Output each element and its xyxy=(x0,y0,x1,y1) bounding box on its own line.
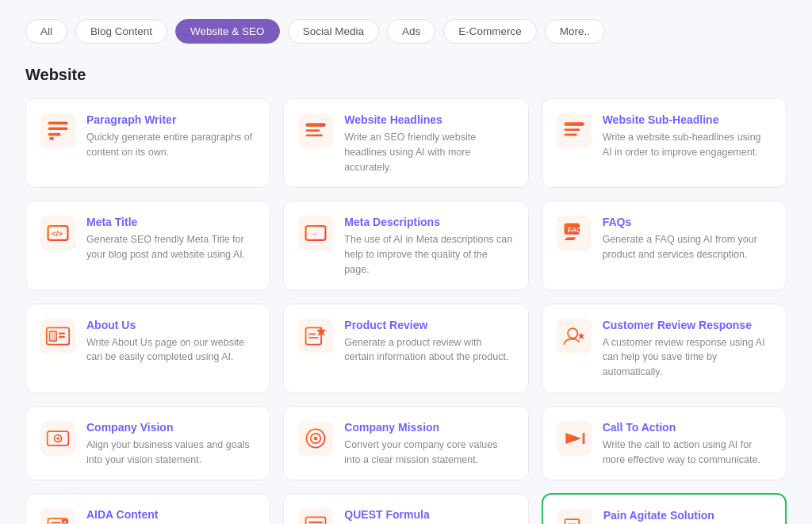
card-quest[interactable]: QUEST FormulaGenerate a Qualify, Underst… xyxy=(283,493,528,524)
headlines-icon xyxy=(298,113,333,148)
card-title-cta: Call To Action xyxy=(603,421,772,434)
svg-rect-20 xyxy=(59,336,65,338)
card-aida[interactable]: AAIDA ContentGenerate a content with Att… xyxy=(25,493,270,524)
card-productreview[interactable]: Product ReviewGenerate a product review … xyxy=(283,304,528,393)
svg-rect-0 xyxy=(48,121,68,124)
mission-icon xyxy=(298,421,333,456)
card-desc-productreview: Generate a product review with certain i… xyxy=(344,335,513,365)
svg-marker-33 xyxy=(565,433,581,444)
section-title: Website xyxy=(25,66,787,84)
card-headlines[interactable]: Website HeadlinesWrite an SEO friendly w… xyxy=(283,98,528,188)
productreview-icon xyxy=(298,319,333,354)
card-pain[interactable]: +Pain Agitate SolutionA copywriting form… xyxy=(542,493,787,524)
card-desc-faq: Generate a FAQ using AI from your produc… xyxy=(603,232,772,262)
quest-icon xyxy=(298,508,333,524)
svg-text:FAQ: FAQ xyxy=(568,226,582,234)
card-meta[interactable]: </>Meta TitleGenerate SEO frendly Meta T… xyxy=(25,201,270,290)
svg-rect-24 xyxy=(308,336,318,338)
svg-rect-19 xyxy=(59,332,65,334)
card-aboutus[interactable]: About UsWrite About Us page on our websi… xyxy=(25,304,270,393)
svg-text:→: → xyxy=(310,230,318,239)
filter-btn-social-media[interactable]: Social Media xyxy=(288,19,379,44)
pain-icon: + xyxy=(557,509,592,524)
filter-btn-all[interactable]: All xyxy=(25,19,67,44)
card-paragraph[interactable]: Paragraph WriterQuickly generate entire … xyxy=(25,98,270,188)
card-desc-metadesc: The use of AI in Meta descriptions can h… xyxy=(344,232,513,277)
svg-rect-4 xyxy=(306,123,326,126)
card-desc-meta: Generate SEO frendly Meta Title for your… xyxy=(86,232,255,262)
svg-rect-8 xyxy=(564,128,580,131)
card-vision[interactable]: Company VisionAlign your business values… xyxy=(25,406,270,481)
svg-rect-6 xyxy=(306,134,323,136)
card-title-vision: Company Vision xyxy=(86,421,255,434)
filter-btn-ads[interactable]: Ads xyxy=(387,19,435,44)
filter-btn-website---seo[interactable]: Website & SEO xyxy=(175,19,280,44)
card-title-subheadline: Website Sub-Headline xyxy=(603,113,772,126)
subheadline-icon xyxy=(557,113,592,148)
cta-icon xyxy=(557,421,592,456)
card-title-quest: QUEST Formula xyxy=(344,508,513,521)
svg-rect-5 xyxy=(306,129,320,132)
svg-rect-34 xyxy=(582,433,584,444)
card-customerreview[interactable]: Customer Review ResponseA customer revie… xyxy=(542,304,787,393)
card-desc-cta: Write the call to action using AI for mo… xyxy=(603,438,772,468)
card-title-metadesc: Meta Descriptions xyxy=(344,216,513,228)
card-desc-customerreview: A customer review response using AI can … xyxy=(603,335,772,380)
svg-rect-2 xyxy=(48,133,61,136)
card-cta[interactable]: Call To ActionWrite the call to action u… xyxy=(542,406,787,481)
card-title-pain: Pain Agitate Solution xyxy=(603,509,771,522)
aida-icon: A xyxy=(40,508,75,524)
svg-rect-1 xyxy=(48,128,68,131)
metadesc-icon: → xyxy=(298,216,333,251)
card-title-aboutus: About Us xyxy=(86,319,255,331)
svg-rect-3 xyxy=(49,137,53,140)
svg-rect-36 xyxy=(51,522,60,524)
svg-text:A: A xyxy=(63,519,67,524)
svg-marker-26 xyxy=(577,332,584,339)
svg-point-29 xyxy=(56,437,59,440)
customerreview-icon xyxy=(557,319,592,354)
card-desc-subheadline: Write a website sub-headlines using AI i… xyxy=(603,130,772,160)
card-title-productreview: Product Review xyxy=(344,319,513,331)
card-desc-aboutus: Write About Us page on our website can b… xyxy=(86,335,255,365)
card-desc-paragraph: Quickly generate entire paragraphs of co… xyxy=(86,130,255,160)
meta-icon: </> xyxy=(40,216,75,251)
card-title-headlines: Website Headlines xyxy=(344,113,513,126)
svg-rect-7 xyxy=(564,122,584,125)
filter-bar: AllBlog ContentWebsite & SEOSocial Media… xyxy=(25,19,787,44)
card-title-mission: Company Mission xyxy=(344,421,513,434)
faq-icon: FAQ xyxy=(557,216,592,251)
svg-rect-45 xyxy=(565,519,579,524)
card-faq[interactable]: FAQFAQsGenerate a FAQ using AI from your… xyxy=(542,201,787,290)
card-title-customerreview: Customer Review Response xyxy=(603,319,772,331)
card-desc-mission: Convert your company core values into a … xyxy=(344,438,513,468)
card-title-faq: FAQs xyxy=(603,216,772,228)
svg-rect-17 xyxy=(49,331,56,340)
filter-btn-blog-content[interactable]: Blog Content xyxy=(75,19,167,44)
filter-btn-more--[interactable]: More.. xyxy=(545,19,605,44)
card-title-paragraph: Paragraph Writer xyxy=(86,113,255,126)
filter-btn-e-commerce[interactable]: E-Commerce xyxy=(443,19,537,44)
svg-point-32 xyxy=(314,437,317,440)
paragraph-icon xyxy=(40,113,75,148)
svg-rect-9 xyxy=(564,134,576,136)
card-desc-headlines: Write an SEO friendly website headlines … xyxy=(344,130,513,174)
svg-rect-42 xyxy=(308,522,323,523)
card-metadesc[interactable]: →Meta DescriptionsThe use of AI in Meta … xyxy=(283,201,528,290)
vision-icon xyxy=(40,421,75,456)
svg-text:</>: </> xyxy=(52,230,63,239)
card-title-meta: Meta Title xyxy=(86,216,255,228)
cards-grid: Paragraph WriterQuickly generate entire … xyxy=(25,98,787,524)
svg-rect-23 xyxy=(308,333,316,335)
svg-point-25 xyxy=(568,328,577,338)
card-desc-vision: Align your business values and goals int… xyxy=(86,438,255,468)
card-title-aida: AIDA Content xyxy=(86,508,255,521)
card-mission[interactable]: Company MissionConvert your company core… xyxy=(283,406,528,481)
aboutus-icon xyxy=(40,319,75,354)
card-subheadline[interactable]: Website Sub-HeadlineWrite a website sub-… xyxy=(542,98,787,188)
